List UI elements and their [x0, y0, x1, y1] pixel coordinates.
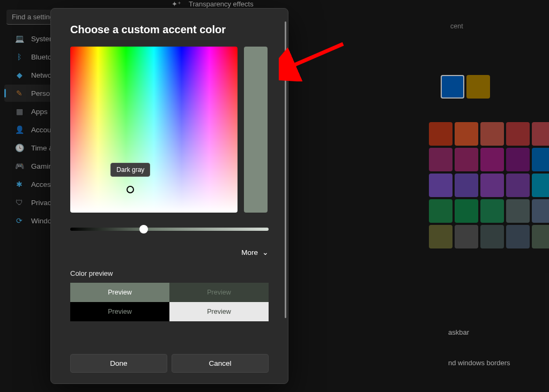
preview-cell: Preview	[70, 302, 169, 321]
color-preview-grid: PreviewPreviewPreviewPreview	[70, 283, 269, 321]
dialog-title: Choose a custom accent color	[70, 24, 269, 36]
chevron-down-icon: ⌄	[262, 248, 269, 257]
preview-cell: Preview	[169, 283, 269, 302]
dialog-scrollbar[interactable]	[285, 21, 286, 318]
current-color-swatch	[244, 47, 268, 213]
color-preview-label: Color preview	[70, 269, 269, 277]
cancel-button[interactable]: Cancel	[172, 354, 269, 373]
preview-cell: Preview	[70, 283, 169, 302]
value-slider-thumb[interactable]	[139, 225, 148, 233]
more-label: More	[241, 248, 258, 257]
hue-saturation-area[interactable]: Dark gray	[70, 47, 238, 213]
picker-cursor[interactable]	[127, 186, 134, 193]
color-picker-dialog: Choose a custom accent color Dark gray M…	[50, 8, 288, 384]
color-tooltip: Dark gray	[110, 163, 150, 177]
done-button[interactable]: Done	[70, 354, 167, 373]
preview-cell: Preview	[169, 302, 269, 321]
value-slider[interactable]	[70, 228, 269, 231]
more-toggle[interactable]: More ⌄	[70, 248, 269, 257]
